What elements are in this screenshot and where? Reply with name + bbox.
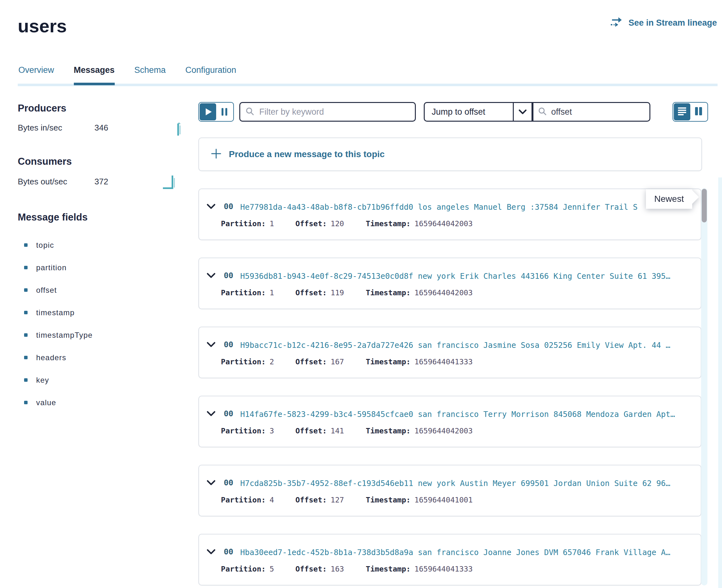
offset-value: 119 — [331, 288, 344, 297]
message-row[interactable]: 00 He77981da-4a43-48ab-b8f8-cb71b96ffdd0… — [199, 189, 701, 240]
message-row[interactable]: 00 H5936db81-b943-4e0f-8c29-74513e0c0d8f… — [199, 257, 701, 309]
message-key-badge: 00 — [224, 340, 233, 350]
message-key-badge: 00 — [224, 271, 233, 280]
partition-value: 4 — [269, 495, 274, 505]
partition-value: 5 — [269, 564, 274, 574]
timestamp-label: Timestamp: — [366, 564, 410, 574]
topic-messages-page: users See in Stream lineage Overview Mes… — [0, 0, 722, 588]
timestamp-label: Timestamp: — [366, 357, 410, 366]
partition-value: 3 — [269, 426, 274, 436]
message-meta: Partition: 1 Offset: 119 Timestamp: 1659… — [221, 288, 695, 297]
message-summary: H9bacc71c-b12c-4216-8e95-2a7da727e426 sa… — [240, 340, 696, 350]
timestamp-value: 1659644041333 — [414, 564, 473, 574]
offset-label: Offset: — [295, 495, 327, 505]
partition-value: 2 — [269, 357, 274, 366]
offset-value: 127 — [331, 495, 344, 505]
message-row[interactable]: 00 H14fa67fe-5823-4299-b3c4-595845cfcae0… — [199, 396, 701, 447]
tab-messages[interactable]: Messages — [74, 65, 115, 85]
offset-value: 141 — [331, 426, 344, 436]
timestamp-value: 1659644041001 — [414, 495, 473, 505]
chevron-down-icon[interactable] — [207, 342, 215, 349]
message-meta: Partition: 4 Offset: 127 Timestamp: 1659… — [221, 495, 695, 505]
message-key-badge: 00 — [224, 547, 233, 556]
offset-label: Offset: — [295, 426, 327, 436]
offset-value: 120 — [331, 219, 344, 228]
message-list-scrollbar-thumb[interactable] — [702, 189, 707, 223]
message-summary: He77981da-4a43-48ab-b8f8-cb71b96ffdd0 lo… — [240, 203, 696, 212]
timestamp-label: Timestamp: — [366, 426, 410, 436]
newest-tooltip: Newest — [646, 189, 692, 209]
message-summary: H14fa67fe-5823-4299-b3c4-595845cfcae0 sa… — [240, 410, 696, 419]
message-summary: H7cda825b-35b7-4952-88ef-c193d546eb11 ne… — [240, 479, 696, 488]
message-meta: Partition: 5 Offset: 163 Timestamp: 1659… — [221, 564, 695, 574]
offset-label: Offset: — [295, 219, 327, 228]
timestamp-label: Timestamp: — [366, 288, 410, 297]
message-summary: H5936db81-b943-4e0f-8c29-74513e0c0d8f ne… — [240, 272, 696, 281]
chevron-down-icon[interactable] — [207, 411, 215, 418]
chevron-down-icon[interactable] — [207, 273, 215, 280]
chevron-down-icon[interactable] — [207, 480, 215, 487]
tab-schema[interactable]: Schema — [135, 65, 166, 85]
partition-label: Partition: — [221, 426, 266, 436]
timestamp-value: 1659644041333 — [414, 357, 473, 366]
message-row[interactable]: 00 Hba30eed7-1edc-452b-8b1a-738d3b5d8a9a… — [199, 534, 701, 586]
message-meta: Partition: 2 Offset: 167 Timestamp: 1659… — [221, 357, 695, 366]
message-meta: Partition: 1 Offset: 120 Timestamp: 1659… — [221, 219, 695, 228]
chevron-down-icon[interactable] — [207, 204, 215, 211]
timestamp-label: Timestamp: — [366, 219, 410, 228]
tab-overview[interactable]: Overview — [18, 65, 54, 85]
offset-value: 167 — [331, 357, 344, 366]
message-list-scrollbar-track[interactable] — [701, 188, 707, 586]
tab-configuration[interactable]: Configuration — [185, 65, 236, 85]
offset-label: Offset: — [295, 357, 327, 366]
partition-label: Partition: — [221, 357, 266, 366]
partition-label: Partition: — [221, 564, 266, 574]
timestamp-value: 1659644042003 — [414, 219, 473, 228]
partition-value: 1 — [269, 288, 274, 297]
message-row[interactable]: 00 H7cda825b-35b7-4952-88ef-c193d546eb11… — [199, 465, 701, 517]
partition-value: 1 — [269, 219, 274, 228]
message-key-badge: 00 — [224, 202, 233, 211]
partition-label: Partition: — [221, 495, 266, 505]
tab-bar: Overview Messages Schema Configuration — [18, 65, 236, 85]
offset-value: 163 — [331, 564, 344, 574]
chevron-down-icon[interactable] — [207, 549, 215, 556]
offset-label: Offset: — [295, 288, 327, 297]
message-summary: Hba30eed7-1edc-452b-8b1a-738d3b5d8a9a sa… — [240, 548, 696, 557]
timestamp-value: 1659644042003 — [414, 426, 473, 436]
message-meta: Partition: 3 Offset: 141 Timestamp: 1659… — [221, 426, 695, 436]
message-row[interactable]: 00 H9bacc71c-b12c-4216-8e95-2a7da727e426… — [199, 327, 701, 378]
page-scrollbar-track — [718, 177, 722, 588]
timestamp-label: Timestamp: — [366, 495, 410, 505]
message-list: 00 He77981da-4a43-48ab-b8f8-cb71b96ffdd0… — [0, 0, 722, 588]
message-key-badge: 00 — [224, 409, 233, 419]
timestamp-value: 1659644042003 — [414, 288, 473, 297]
message-key-badge: 00 — [224, 478, 233, 487]
offset-label: Offset: — [295, 564, 327, 574]
partition-label: Partition: — [221, 219, 266, 228]
partition-label: Partition: — [221, 288, 266, 297]
